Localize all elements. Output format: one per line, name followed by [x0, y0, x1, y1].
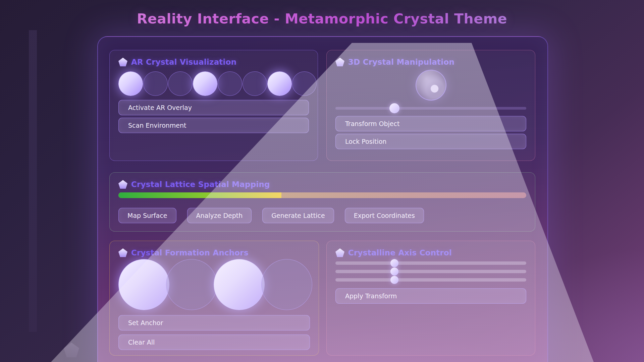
crystal-slot	[143, 71, 168, 96]
transform-object-button[interactable]: Transform Object	[335, 116, 526, 131]
crystal-slot	[267, 71, 292, 96]
anchor-slot	[118, 259, 169, 310]
progress-fill	[118, 192, 281, 198]
crystal-slot	[118, 71, 143, 96]
set-anchor-button[interactable]: Set Anchor	[118, 315, 310, 330]
pentagon-icon	[118, 58, 127, 66]
panel-title: Crystal Formation Anchors	[131, 248, 249, 257]
pentagon-icon	[64, 343, 79, 357]
pentagon-icon	[335, 248, 344, 257]
apply-transform-button[interactable]: Apply Transform	[335, 288, 526, 304]
panel-3d-crystal-manipulation: 3D Crystal Manipulation Transform Object…	[326, 50, 535, 161]
axis-z-slider-thumb[interactable]	[390, 276, 398, 284]
activate-ar-overlay-button[interactable]: Activate AR Overlay	[118, 100, 309, 115]
lattice-button-row: Map Surface Analyze Depth Generate Latti…	[118, 208, 526, 223]
analyze-depth-button[interactable]: Analyze Depth	[187, 208, 252, 223]
crystal-slot	[243, 71, 267, 96]
panel-header: Crystal Lattice Spatial Mapping	[118, 179, 526, 189]
panel-header: Crystalline Axis Control	[335, 248, 526, 258]
crystal-sphere-handle[interactable]	[416, 70, 446, 101]
reality-interface-screen: Reality Interface - Metamorphic Crystal …	[0, 0, 644, 362]
spatial-mapping-progress-bar	[118, 192, 526, 198]
page-title: Reality Interface - Metamorphic Crystal …	[0, 11, 644, 27]
map-surface-button[interactable]: Map Surface	[118, 208, 176, 223]
crystal-slot-row	[118, 71, 309, 96]
panel-header: AR Crystal Visualization	[118, 57, 309, 67]
panel-title: Crystal Lattice Spatial Mapping	[131, 180, 270, 189]
panel-title: Crystalline Axis Control	[348, 248, 452, 257]
crystal-slot	[218, 71, 242, 96]
anchor-slot	[214, 259, 265, 310]
panel-title: AR Crystal Visualization	[131, 58, 236, 66]
axis-x-slider-track[interactable]	[335, 261, 526, 265]
axis-z-slider-track[interactable]	[335, 278, 526, 282]
pentagon-icon	[118, 180, 127, 189]
panel-crystalline-axis-control: Crystalline Axis Control Apply Transform	[326, 241, 535, 356]
lock-position-button[interactable]: Lock Position	[335, 134, 526, 149]
crystal-slot	[292, 71, 317, 96]
manipulation-slider-thumb[interactable]	[389, 103, 399, 113]
panel-header: 3D Crystal Manipulation	[335, 57, 526, 67]
clear-all-button[interactable]: Clear All	[118, 335, 310, 350]
panel-ar-crystal-visualization: AR Crystal Visualization Activate AR Ove…	[109, 50, 318, 161]
anchor-slot	[166, 259, 217, 310]
pentagon-icon	[335, 58, 344, 66]
axis-x-slider-thumb[interactable]	[390, 259, 398, 267]
manipulation-slider-track[interactable]	[335, 107, 526, 110]
main-container: AR Crystal Visualization Activate AR Ove…	[97, 36, 548, 362]
panel-crystal-lattice-spatial-mapping: Crystal Lattice Spatial Mapping Map Surf…	[109, 172, 535, 232]
axis-y-slider-thumb[interactable]	[390, 267, 398, 276]
pentagon-icon	[118, 248, 127, 257]
panel-header: Crystal Formation Anchors	[118, 248, 310, 258]
left-glow-strip	[29, 30, 37, 332]
panel-title: 3D Crystal Manipulation	[348, 58, 454, 66]
panel-crystal-formation-anchors: Crystal Formation Anchors Set Anchor Cle…	[109, 241, 319, 356]
anchor-slot-row	[118, 259, 310, 310]
crystal-slot	[193, 71, 217, 96]
anchor-slot	[261, 259, 312, 310]
export-coordinates-button[interactable]: Export Coordinates	[345, 208, 424, 223]
axis-y-slider-track[interactable]	[335, 270, 526, 273]
generate-lattice-button[interactable]: Generate Lattice	[262, 208, 334, 223]
scan-environment-button[interactable]: Scan Environment	[118, 118, 309, 133]
crystal-slot	[168, 71, 193, 96]
